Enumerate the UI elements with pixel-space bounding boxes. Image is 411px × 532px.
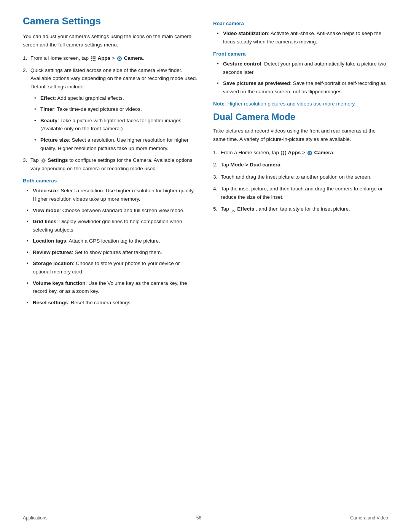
step2-text: Quick settings are listed across one sid… (30, 67, 197, 89)
bullet-video-stabilization: Video stabilization: Activate anti-shake… (217, 29, 388, 46)
bullet-effect: Effect: Add special graphical effects. (34, 94, 198, 102)
dual-step-5: Tap Effects , and then tap a style for t… (213, 205, 388, 213)
dual-camera-title: Dual Camera Mode (213, 112, 388, 122)
bullet-video-size: Video size: Select a resolution. Use hig… (27, 187, 198, 203)
svg-rect-14 (283, 151, 284, 152)
front-camera-label: Front camera (213, 51, 388, 57)
bullet-timer: Timer: Take time-delayed pictures or vid… (34, 105, 198, 113)
svg-rect-2 (94, 56, 96, 58)
both-cameras-bullets: Video size: Select a resolution. Use hig… (27, 187, 198, 307)
svg-rect-0 (91, 56, 92, 58)
right-column: Rear camera Video stabilization: Activat… (213, 15, 388, 509)
svg-point-11 (119, 58, 120, 59)
bullet-save-previewed: Save pictures as previewed: Save the sel… (217, 79, 388, 96)
effects-label: Effects (237, 206, 254, 212)
bullet-storage-location: Storage location: Choose to store your p… (27, 259, 198, 276)
rear-camera-label: Rear camera (213, 21, 388, 26)
settings-label: Settings (48, 157, 69, 163)
note-text: : Higher resolution pictures and videos … (225, 101, 356, 107)
svg-rect-17 (283, 152, 284, 153)
dual-step-3: Touch and drag the inset picture to anot… (213, 173, 388, 181)
bullet-beauty: Beauty: Take a picture with lightened fa… (34, 117, 198, 133)
svg-rect-1 (92, 56, 94, 58)
both-cameras-label: Both cameras (23, 178, 198, 184)
note-label: Note (213, 101, 225, 107)
footer-right: Camera and Video (350, 515, 388, 521)
step-1: From a Home screen, tap (23, 54, 198, 62)
svg-rect-4 (92, 58, 94, 59)
dual-step3-text: Touch and drag the inset picture to anot… (221, 174, 371, 180)
bullet-gesture-control: Gesture control: Detect your palm and au… (217, 60, 388, 76)
dual-step4-text: Tap the inset picture, and then touch an… (221, 186, 383, 200)
svg-rect-15 (285, 151, 286, 152)
svg-rect-5 (94, 58, 96, 59)
dual-step1-text: From a Home screen, tap (221, 150, 280, 155)
step1-text-before: From a Home screen, tap (30, 55, 90, 61)
camera-app-icon-2 (307, 150, 312, 155)
camera-label1: Camera (124, 55, 143, 61)
svg-rect-8 (94, 60, 96, 61)
svg-rect-3 (91, 58, 92, 59)
step2-bullets: Effect: Add special graphical effects. T… (34, 94, 198, 153)
svg-rect-18 (285, 152, 286, 153)
svg-rect-20 (283, 154, 284, 155)
settings-icon (41, 158, 46, 163)
bullet-grid-lines: Grid lines: Display viewfinder grid line… (27, 217, 198, 234)
svg-rect-21 (285, 154, 286, 155)
bullet-reset-settings: Reset settings: Reset the camera setting… (27, 299, 198, 307)
svg-rect-13 (281, 151, 282, 152)
dual-step-2: Tap Mode > Dual camera. (213, 161, 388, 169)
bullet-location-tags: Location tags: Attach a GPS location tag… (27, 237, 198, 245)
dual-steps-list: From a Home screen, tap (213, 149, 388, 213)
page-footer: Applications 56 Camera and Video (0, 512, 411, 521)
bullet-review-pictures: Review pictures: Set to show pictures af… (27, 248, 198, 257)
steps-list: From a Home screen, tap (23, 54, 198, 173)
bullet-view-mode: View mode: Choose between standard and f… (27, 206, 198, 215)
step-2: Quick settings are listed across one sid… (23, 66, 198, 152)
front-camera-bullets: Gesture control: Detect your palm and au… (217, 60, 388, 96)
svg-point-12 (42, 160, 45, 162)
svg-rect-19 (281, 154, 282, 155)
apps-icon (91, 56, 96, 61)
footer-center: 56 (196, 515, 201, 521)
footer-left: Applications (23, 515, 48, 521)
page: Camera Settings You can adjust your came… (0, 0, 411, 532)
note: Note: Higher resolution pictures and vid… (213, 100, 388, 108)
dual-intro: Take pictures and record videos using th… (213, 127, 388, 143)
svg-rect-16 (281, 152, 282, 153)
camera-app-icon (117, 56, 122, 61)
dual-step-4: Tap the inset picture, and then touch an… (213, 185, 388, 201)
svg-rect-6 (91, 60, 92, 61)
dual-step5-rest: , and then tap a style for the inset pic… (256, 206, 350, 212)
effects-icon (231, 207, 236, 211)
dual-step-1: From a Home screen, tap (213, 149, 388, 157)
bullet-volume-keys: Volume keys function: Use the Volume key… (27, 279, 198, 296)
intro-text: You can adjust your camera's settings us… (23, 32, 198, 49)
svg-rect-7 (92, 60, 94, 61)
svg-point-24 (309, 152, 311, 154)
gt1: > (112, 55, 116, 61)
step3-tap: Tap (30, 157, 40, 163)
step-3: Tap Settings to configure settings for t… (23, 156, 198, 173)
apps-label-2: Apps (288, 150, 301, 155)
bullet-picture-size: Picture size: Select a resolution. Use h… (34, 136, 198, 152)
page-title: Camera Settings (23, 15, 198, 27)
left-column: Camera Settings You can adjust your came… (23, 15, 198, 509)
apps-icon-2 (281, 150, 286, 155)
apps-label: Apps (98, 55, 111, 61)
camera-label-2: Camera (314, 150, 333, 155)
rear-camera-bullets: Video stabilization: Activate anti-shake… (217, 29, 388, 46)
